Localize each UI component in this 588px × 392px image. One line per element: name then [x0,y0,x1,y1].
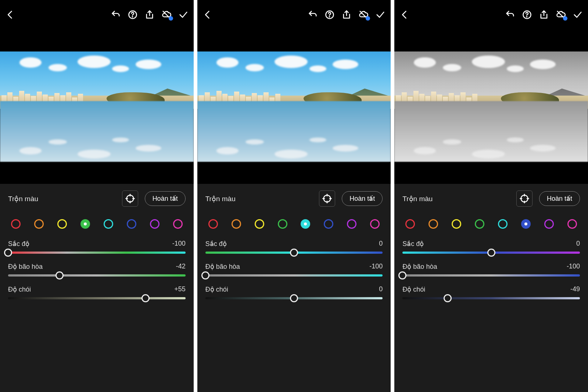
slider-value-sat: -100 [567,263,580,271]
image-preview[interactable] [0,29,194,184]
slider-value-sat: -42 [176,263,186,271]
back-icon[interactable] [5,10,15,20]
swatch-orange[interactable] [34,219,44,229]
swatch-blue[interactable] [324,219,333,229]
slider-track-hue[interactable] [8,252,186,254]
slider-track-sat[interactable] [402,274,580,277]
color-swatch-row [8,216,186,240]
editor-topbar [0,0,194,29]
undo-icon[interactable] [308,10,318,20]
confirm-icon[interactable] [573,10,583,20]
swatch-purple[interactable] [544,219,554,229]
slider-knob-lum[interactable] [141,294,150,302]
slider-track-sat[interactable] [8,274,186,277]
undo-icon[interactable] [111,10,121,20]
swatch-yellow[interactable] [57,219,67,229]
color-swatch-row [402,216,580,240]
slider-track-lum[interactable] [8,297,186,299]
slider-track-hue[interactable] [205,252,383,254]
panel-title: Trộn màu [402,195,433,203]
slider-lum: Độ chói 0 [205,285,383,299]
help-icon[interactable] [325,10,335,20]
target-adjust-button[interactable] [319,190,335,207]
slider-label-sat: Độ bão hòa [402,263,437,271]
color-swatch-row [205,216,383,240]
slider-label-hue: Sắc độ [205,240,227,248]
slider-track-hue[interactable] [402,252,580,254]
swatch-green[interactable] [475,219,484,229]
color-mix-panel: Trộn màu Hoàn tất Sắc độ 0 Độ bão hòa -1… [197,184,391,392]
swatch-blue[interactable] [521,219,531,229]
swatch-purple[interactable] [150,219,159,229]
swatch-red[interactable] [208,219,218,229]
cloud-sync-icon[interactable] [161,10,172,20]
color-mix-panel: Trộn màu Hoàn tất Sắc độ 0 Độ bão hòa -1… [394,184,588,392]
slider-value-lum: -49 [570,285,580,293]
slider-knob-lum[interactable] [290,294,298,302]
slider-label-lum: Độ chói [205,285,228,293]
done-button[interactable]: Hoàn tất [145,191,186,206]
back-icon[interactable] [399,10,410,20]
help-icon[interactable] [522,10,532,20]
done-button[interactable]: Hoàn tất [342,191,383,206]
swatch-green[interactable] [80,219,90,229]
slider-label-lum: Độ chói [402,285,425,293]
slider-knob-hue[interactable] [487,249,495,257]
slider-lum: Độ chói -49 [402,285,580,299]
slider-value-lum: +55 [174,285,186,293]
slider-knob-sat[interactable] [55,271,64,279]
slider-knob-sat[interactable] [201,271,209,279]
help-icon[interactable] [128,10,138,20]
target-icon [322,193,332,204]
share-icon[interactable] [144,10,155,20]
slider-knob-hue[interactable] [4,249,12,257]
phone-screen-3: Trộn màu Hoàn tất Sắc độ 0 Độ bão hòa -1… [394,0,588,392]
swatch-yellow[interactable] [452,219,461,229]
cloud-sync-icon[interactable] [358,10,369,20]
slider-value-sat: -100 [369,263,383,271]
sync-dot-badge [366,16,370,21]
swatch-green[interactable] [278,219,287,229]
swatch-magenta[interactable] [567,219,577,229]
target-adjust-button[interactable] [122,190,138,207]
back-icon[interactable] [202,10,213,20]
swatch-red[interactable] [405,219,415,229]
slider-label-sat: Độ bão hòa [205,263,240,271]
slider-value-lum: 0 [379,285,383,293]
target-icon [125,193,135,204]
slider-knob-hue[interactable] [290,249,298,257]
swatch-orange[interactable] [232,219,241,229]
slider-track-lum[interactable] [205,297,383,299]
done-button[interactable]: Hoàn tất [539,191,580,206]
panel-title: Trộn màu [8,195,38,203]
confirm-icon[interactable] [375,10,386,20]
swatch-orange[interactable] [429,219,438,229]
slider-label-hue: Sắc độ [402,240,424,248]
swatch-yellow[interactable] [255,219,264,229]
cloud-sync-icon[interactable] [556,10,566,20]
swatch-aqua[interactable] [498,219,508,229]
phone-screen-1: Trộn màu Hoàn tất Sắc độ -100 Độ bão hòa… [0,0,194,392]
slider-track-lum[interactable] [402,297,580,299]
swatch-red[interactable] [11,219,21,229]
sync-dot-badge [169,16,173,21]
undo-icon[interactable] [505,10,515,20]
slider-label-lum: Độ chói [8,285,31,293]
confirm-icon[interactable] [178,10,189,20]
slider-knob-sat[interactable] [398,271,406,279]
swatch-aqua[interactable] [301,219,310,229]
editor-topbar [197,0,391,29]
image-preview[interactable] [394,29,588,184]
swatch-magenta[interactable] [173,219,183,229]
swatch-magenta[interactable] [370,219,380,229]
swatch-blue[interactable] [127,219,136,229]
slider-knob-lum[interactable] [444,294,452,302]
target-adjust-button[interactable] [516,190,533,207]
swatch-purple[interactable] [347,219,356,229]
share-icon[interactable] [341,10,352,20]
slider-sat: Độ bão hòa -42 [8,263,186,277]
slider-track-sat[interactable] [205,274,383,277]
share-icon[interactable] [539,10,549,20]
image-preview[interactable] [197,29,391,184]
swatch-aqua[interactable] [104,219,113,229]
